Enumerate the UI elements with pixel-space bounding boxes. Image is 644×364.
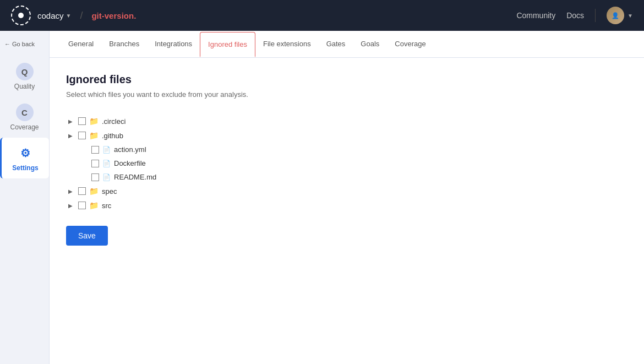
main-layout: ← Go back Q Quality C Coverage ⚙ Setting…	[0, 31, 644, 364]
go-back-link[interactable]: ← Go back	[0, 35, 35, 56]
checkbox-src[interactable]	[78, 202, 86, 209]
tree-row-spec: ▶ 📁 spec	[66, 184, 627, 198]
chevron-github[interactable]: ▶	[66, 131, 75, 140]
checkbox-readme[interactable]	[91, 173, 99, 181]
filename-spec: spec	[102, 187, 117, 195]
tab-ignored-files[interactable]: Ignored files	[200, 32, 255, 57]
topnav-left: codacy ▼ / git-version.	[11, 6, 136, 25]
tree-row-action-yml: 📄 action.yml	[66, 143, 627, 156]
topnav: codacy ▼ / git-version. Community Docs 👤…	[0, 0, 644, 31]
chevron-src[interactable]: ▶	[66, 201, 75, 210]
filename-action-yml: action.yml	[114, 145, 146, 154]
folder-icon-circleci: 📁	[89, 117, 99, 126]
tree-row-src: ▶ 📁 src	[66, 198, 627, 213]
tab-file-extensions[interactable]: File extensions	[255, 31, 319, 58]
save-button[interactable]: Save	[66, 226, 108, 246]
tab-gates[interactable]: Gates	[319, 31, 353, 58]
community-link[interactable]: Community	[516, 11, 555, 20]
chevron-circleci[interactable]: ▶	[66, 117, 75, 126]
checkbox-spec[interactable]	[78, 187, 86, 195]
tab-coverage[interactable]: Coverage	[387, 31, 433, 58]
codacy-label[interactable]: codacy ▼	[37, 11, 71, 20]
filename-circleci: .circleci	[102, 117, 125, 126]
user-chevron: ▼	[627, 13, 633, 19]
checkbox-circleci[interactable]	[78, 117, 86, 125]
tree-row-github: ▶ 📁 .github	[66, 128, 627, 143]
main-content: General Branches Integrations Ignored fi…	[50, 31, 644, 364]
folder-icon-src: 📁	[89, 201, 99, 210]
tree-row-readme: 📄 README.md	[66, 170, 627, 184]
docs-link[interactable]: Docs	[566, 11, 584, 20]
file-tree: ▶ 📁 .circleci ▶ 📁 .github 📄	[66, 114, 627, 213]
sidebar-item-quality[interactable]: Q Quality	[0, 56, 49, 97]
topnav-right: Community Docs 👤 ▼	[516, 7, 633, 24]
file-icon-dockerfile: 📄	[102, 160, 111, 167]
logo-chevron: ▼	[66, 13, 72, 19]
tab-branches[interactable]: Branches	[101, 31, 147, 58]
page-content: Ignored files Select which files you wan…	[50, 58, 644, 261]
checkbox-action-yml[interactable]	[91, 146, 99, 154]
tab-goals[interactable]: Goals	[353, 31, 387, 58]
nav-divider	[595, 9, 596, 22]
sidebar-item-coverage[interactable]: C Coverage	[0, 97, 49, 138]
tree-row-dockerfile: 📄 Dockerfile	[66, 156, 627, 170]
file-icon-readme: 📄	[102, 173, 111, 181]
settings-icon: ⚙	[17, 144, 34, 162]
folder-icon-spec: 📁	[89, 187, 99, 195]
folder-icon-github: 📁	[89, 131, 99, 140]
page-title: Ignored files	[66, 73, 627, 86]
filename-src: src	[102, 202, 111, 210]
tabs-bar: General Branches Integrations Ignored fi…	[50, 31, 644, 58]
sidebar-settings-label: Settings	[12, 164, 38, 172]
sidebar: ← Go back Q Quality C Coverage ⚙ Setting…	[0, 31, 50, 364]
page-subtitle: Select which files you want to exclude f…	[66, 90, 627, 99]
sidebar-item-settings[interactable]: ⚙ Settings	[0, 138, 49, 178]
coverage-icon: C	[16, 104, 34, 121]
codacy-logo[interactable]	[11, 6, 31, 25]
filename-github: .github	[102, 132, 123, 140]
tab-integrations[interactable]: Integrations	[147, 31, 200, 58]
repo-name: git-version.	[91, 11, 136, 20]
filename-dockerfile: Dockerfile	[114, 159, 146, 167]
tree-row-circleci: ▶ 📁 .circleci	[66, 114, 627, 128]
nav-separator: /	[80, 10, 83, 21]
avatar: 👤	[607, 7, 624, 24]
filename-readme: README.md	[114, 173, 156, 181]
checkbox-github[interactable]	[78, 132, 86, 139]
file-icon-action-yml: 📄	[102, 146, 111, 154]
quality-icon: Q	[16, 63, 34, 80]
sidebar-quality-label: Quality	[14, 83, 35, 90]
sidebar-coverage-label: Coverage	[10, 123, 39, 131]
user-menu[interactable]: 👤 ▼	[607, 7, 633, 24]
checkbox-dockerfile[interactable]	[91, 160, 99, 167]
chevron-spec[interactable]: ▶	[66, 187, 75, 195]
tab-general[interactable]: General	[61, 31, 101, 58]
